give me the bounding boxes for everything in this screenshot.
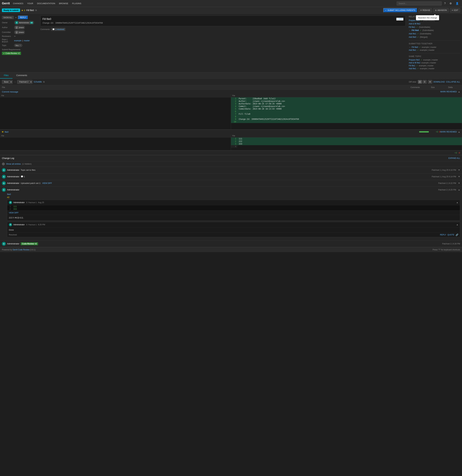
change-log: Change Log EXPAND ALL Show all entries (… [0, 155, 462, 247]
comment-actions-1: Resolved REPLY QUOTE 🔗 [7, 232, 460, 237]
reviewers-edit-icon[interactable]: ✏ [14, 35, 16, 37]
diff-line-10: 10 [231, 120, 462, 123]
chain-link-1[interactable]: Add & fill file2 [409, 23, 421, 25]
topic-label: Topic [2, 44, 13, 47]
reply-link-1[interactable]: REPLY [440, 234, 446, 236]
log-expand-0[interactable]: ▼ [458, 169, 460, 171]
commit-hash[interactable]: 525e68b [34, 81, 42, 83]
same-topic-link-0[interactable]: Prepare file3 [409, 59, 420, 61]
col-file-header: File [2, 86, 405, 88]
diff-line-4: 4 Commit: jinwon <jinwon@squarelab.co> [231, 105, 462, 108]
patchset-icon-1: 🗒 [26, 224, 28, 226]
same-topic-link-1[interactable]: Add & fill file2 [409, 62, 421, 64]
author-row: Author j jinwon [2, 26, 37, 29]
copy-icon[interactable]: ⧉ [35, 9, 37, 12]
reviewers-row: Reviewers ✏ [2, 35, 37, 37]
check-icon-5: ✓ [417, 36, 419, 39]
search-input[interactable] [397, 1, 442, 5]
chain-link-4[interactable]: Add file1 [409, 33, 416, 35]
topic-remove-icon[interactable]: ✕ [19, 44, 21, 46]
comment-expand-1[interactable]: ▲ [456, 223, 458, 226]
author-avatar: j [15, 26, 18, 29]
file0-mark-reviewed-button[interactable]: MARK REVIEWED [440, 131, 457, 133]
quote-link-1[interactable]: QUOTE [447, 234, 454, 236]
view-diff-button-2[interactable]: VIEW DIFF [42, 182, 52, 184]
log-expand-2[interactable]: ▼ [458, 182, 460, 184]
settings-icon[interactable]: ⚙ [448, 1, 453, 6]
star-rating[interactable]: ★ 3 [21, 9, 25, 12]
gerrit-link[interactable]: Gerrit Code Review [13, 249, 30, 251]
help-icon[interactable]: ? [443, 1, 447, 6]
branch-link[interactable]: master [24, 40, 30, 42]
edit-message-icon: ✏ [396, 18, 398, 20]
chain-link-5[interactable]: Add file0 [409, 36, 416, 39]
abandon-button[interactable]: ⊘ ABANDON [433, 8, 448, 12]
account-icon[interactable]: 👤 [454, 1, 460, 6]
unified-view-button[interactable]: ☰ [422, 80, 427, 84]
file0-collapse-icon[interactable]: ▲ [458, 131, 460, 133]
expand-all-button[interactable]: EXPAND ALL [448, 157, 460, 159]
tab-files[interactable]: Files [0, 72, 13, 78]
download-button[interactable]: DOWNLOAD [433, 81, 445, 83]
together-link-1[interactable]: Add file1 [409, 49, 416, 51]
collapse-all-button[interactable]: COLLAPSE ALL [446, 81, 460, 83]
chain-link-3[interactable]: Fill file0 [412, 29, 419, 32]
code-view-diff-button[interactable]: VIEW DIFF [9, 212, 19, 214]
file0-name[interactable]: file0 [5, 131, 419, 133]
log-text-1: 💬 1 [21, 175, 25, 178]
commit-diff-right-lines: 1 Parent: 230ad8a0 (Add file1) 2 Author:… [231, 97, 462, 123]
comments-row: Comments 💬 1 resolved [41, 28, 405, 31]
comment-body-1: Done [7, 227, 460, 232]
side-by-side-view-button[interactable]: ⊟ [418, 80, 422, 84]
repo-link[interactable]: example [14, 40, 21, 42]
together-link-0[interactable]: Fill file0 [412, 46, 418, 48]
file0-total-remove: -0 [458, 152, 460, 154]
topic-row: Topic files ✕ [2, 44, 37, 47]
nav-your[interactable]: YOUR [26, 2, 34, 5]
nav-documentation[interactable]: DOCUMENTATION [36, 2, 57, 5]
commit-message-label[interactable]: Commit message [2, 91, 440, 93]
reviewers-label: Reviewers [2, 35, 13, 37]
patchset-select[interactable]: Patchset 2 [17, 80, 33, 84]
comment-file-link[interactable]: file0 [7, 193, 460, 196]
footer-left: Powered by Gerrit Code Review (3.8.1) [2, 249, 35, 251]
link-icon-1[interactable]: 🔗 [456, 233, 458, 236]
submit-including-parents-button[interactable]: ✓ SUBMIT INCLUDING PARENTS [383, 8, 417, 13]
log-expand-1[interactable]: ▼ [458, 175, 460, 178]
commit-collapse-icon[interactable]: ▲ [458, 91, 460, 93]
show-all-button[interactable]: SHOW ALL [2, 16, 14, 19]
diff-settings-button[interactable]: ⚙ [428, 80, 432, 84]
log-expand-3[interactable]: ▲ [458, 188, 460, 191]
message-area: Fill file0 ✏ EDIT Change-Id: I09094f8491… [41, 16, 405, 70]
same-topic-link-3[interactable]: Add file1 [409, 68, 416, 70]
tab-comments[interactable]: Comments [13, 72, 31, 78]
nav-browse[interactable]: BROWSE [58, 2, 70, 5]
comment-expand-0[interactable]: ▲ [456, 201, 458, 204]
ready-to-submit-badge[interactable]: Ready to submit [2, 8, 20, 12]
log-avatar-3: A [2, 188, 6, 192]
file0-diff-right: File 1 111 2 222 3 333 4 [231, 134, 462, 150]
show-all-entries-button[interactable]: Show all entries [6, 163, 21, 165]
same-topic-item-3: Add file1 ✓ example | master [409, 68, 460, 70]
base-select[interactable]: Base [2, 80, 13, 84]
rebase-button[interactable]: ⟳ REBASE [419, 8, 432, 12]
submit-icon: ✓ [385, 9, 387, 11]
edit-button[interactable]: ✏ EDIT [450, 8, 460, 12]
file0-totals: +3 -0 [0, 151, 462, 155]
message-edit-button[interactable]: ✏ EDIT [396, 18, 404, 21]
commit-mark-reviewed-button[interactable]: MARK REVIEWED [440, 91, 457, 93]
reply-button[interactable]: REPLY [18, 16, 28, 19]
edit-icon: ✏ [452, 9, 453, 11]
same-topic-link-2[interactable]: Fill file1 [409, 65, 415, 67]
submitted-together-title: Submitted together [409, 42, 460, 45]
hash-copy-icon[interactable]: ⧉ [43, 81, 45, 83]
chain-link-2[interactable]: Fill file1 [409, 26, 415, 29]
top-navigation: Gerrit CHANGES YOUR DOCUMENTATION BROWSE… [0, 0, 462, 7]
same-topic-item-1: Add & fill file2 example | master [409, 62, 460, 64]
log-entry-2: A Administrator Uploaded patch set 2. VI… [0, 180, 462, 187]
nav-changes[interactable]: CHANGES [12, 2, 25, 5]
comments-badge[interactable]: 💬 1 resolved [51, 28, 66, 31]
comment-patchset-1: 🗒 Patchset 1 [26, 224, 37, 226]
nav-plugins[interactable]: PLUGINS [71, 2, 82, 5]
together-item-0: → Fill file0 ✓ example | master [409, 46, 460, 48]
